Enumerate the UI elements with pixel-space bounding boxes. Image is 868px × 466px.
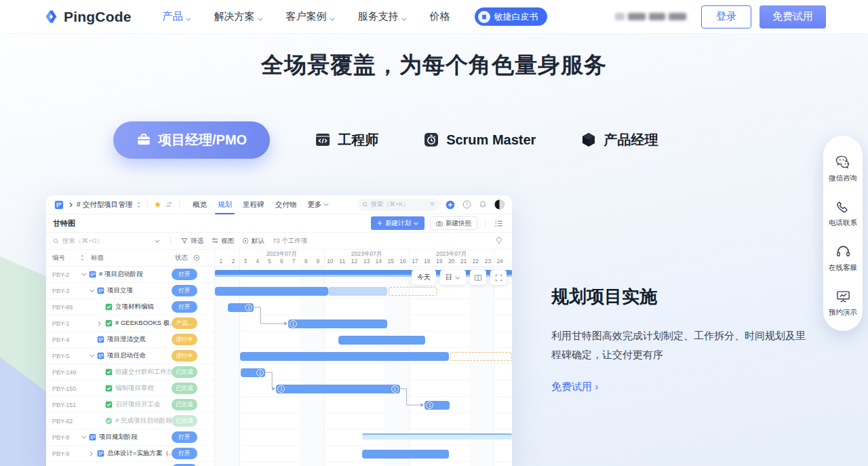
avatar[interactable] [493,199,505,211]
weekend-shading [300,267,324,466]
new-plan-button[interactable]: 新建计划 [371,216,425,230]
contact-item-2[interactable]: 在线客服 [829,235,857,279]
work-item-row[interactable]: PBY-88立项材料编辑打开 [46,299,214,315]
new-snapshot-button[interactable]: 新建快照 [430,216,477,230]
gantt-bar-PBY-1[interactable] [288,319,387,328]
dependency-badge[interactable]: 1 [256,369,264,376]
gantt-bar-PBY-5[interactable] [450,352,512,361]
filter-button[interactable]: 筛选 [181,237,203,246]
gantt-search-input[interactable]: 搜索（⌘+G） [53,237,160,246]
role-tab-2[interactable]: Scrum Master [423,132,536,148]
sort-icon[interactable] [80,254,90,261]
default-view-button[interactable]: 默认 [242,237,264,246]
app-tab-1[interactable]: 规划 [218,195,232,214]
check-type-icon [105,368,113,376]
view-settings-button[interactable]: 视图 [212,237,234,246]
role-tab-0[interactable]: 项目经理/PMO [113,121,270,159]
contact-item-1[interactable]: 电话联系 [829,190,857,235]
work-item-row[interactable]: PBY-9总体设计=实施方案（...打开 [46,446,214,462]
free-trial-button[interactable]: 免费试用 [760,5,826,28]
sort-updown-icon[interactable] [136,201,141,208]
search-filter-icon[interactable] [429,201,435,208]
header-status[interactable]: 状态 [175,254,214,263]
nav-link-4[interactable]: 价格 [430,10,450,23]
nav-link-2[interactable]: 客户案例 [286,10,335,23]
notification-bell-icon[interactable] [477,199,489,211]
create-plus-button[interactable] [444,199,456,211]
today-button[interactable]: 今天 [412,270,436,285]
app-tab-0[interactable]: 概览 [193,195,207,214]
nav-link-1[interactable]: 解决方案 [214,10,263,23]
work-item-row[interactable]: PBY-8项目规划阶段打开 [46,429,214,446]
gantt-bar-PBY-8[interactable] [362,433,512,440]
gantt-content: 编号 标题 状态 PBY-2# 项目启动阶段打开PBY-3项目立项打开PBY-8… [46,250,512,466]
week-gridline [324,267,325,466]
role-tab-1[interactable]: 工程师 [315,131,378,149]
swap-icon[interactable] [165,201,173,208]
expander-icon[interactable] [81,273,88,276]
expander-icon[interactable] [90,451,96,457]
whitepaper-badge[interactable]: 敏捷白皮书 [475,7,547,26]
favorite-star-icon[interactable] [154,201,161,208]
feature-trial-link[interactable]: 免费试用 › [551,381,598,392]
expander-icon[interactable] [90,354,96,357]
week-divider [494,250,494,266]
dependency-badge[interactable]: 1 [290,320,297,328]
expander-icon[interactable] [81,435,88,439]
gantt-bar-PBY-9[interactable] [362,450,449,459]
dependency-badge[interactable]: 1 [245,304,252,311]
check-type-icon [105,385,113,392]
app-topbar: # 交付型项目管理 概览规划里程碑交付物更多 搜索（⌘+K） ? [46,195,512,214]
header-title[interactable]: 标题 [90,254,175,263]
contact-item-0[interactable]: 微信咨询 [829,145,857,190]
gantt-bar-PBY-5[interactable] [240,352,449,361]
expander-icon[interactable] [98,321,104,326]
dependency-badge[interactable]: 1 [277,385,285,393]
work-item-row[interactable]: PBY-150编制项目章程已完成 [46,381,214,397]
work-item-row[interactable]: PBY-4项目澄清交底进行中 [46,332,214,348]
role-tab-3[interactable]: 产品经理 [580,131,658,149]
app-screenshot: # 交付型项目管理 概览规划里程碑交付物更多 搜索（⌘+K） ? 甘特图 新建计… [46,195,512,466]
status-badge: 打开 [172,301,197,313]
dependency-badge[interactable]: 1 [391,385,399,393]
pingcode-logo[interactable]: PingCode [43,9,132,25]
time-scale-select[interactable]: 日 [440,270,466,285]
split-view-button[interactable] [470,270,486,285]
work-item-row[interactable]: PBY-149组建交付群和工作台已完成 [46,364,214,381]
work-item-row[interactable]: PBY-1# GEEKBOOKS 极...产品... [46,315,214,332]
day-label: 7 [288,258,300,265]
app-search-input[interactable]: 搜索（⌘+K） [357,199,440,211]
contact-item-3[interactable]: 预约演示 [829,279,857,324]
day-label: 23 [481,258,494,265]
dependency-badge[interactable]: 1 [426,402,433,409]
gantt-bar-PBY-3[interactable] [328,287,387,296]
work-item-row[interactable]: PBY-151召开项目开工会已完成 [46,397,214,413]
work-item-row[interactable]: PBY-10概要设计（分）打开 [46,462,214,466]
expander-icon[interactable] [90,289,96,292]
gantt-bar-PBY-3[interactable] [389,287,437,296]
tips-bulb-icon[interactable] [493,235,505,247]
nav-link-0[interactable]: 产品 [163,10,191,23]
search-icon [53,238,59,244]
search-icon [362,201,368,208]
column-settings-icon[interactable] [193,254,200,261]
work-item-row[interactable]: PBY-2# 项目启动阶段打开 [46,267,214,283]
header-id[interactable]: 编号 [46,254,80,263]
gantt-bar-PBY-4[interactable] [338,336,425,345]
app-tab-4[interactable]: 更多 [307,195,329,214]
week-divider [239,250,240,266]
gantt-bar-PBY-150[interactable] [276,385,399,393]
task-type-icon [89,271,96,278]
app-tab-3[interactable]: 交付物 [275,195,297,214]
fullscreen-button[interactable] [490,270,507,285]
work-item-row[interactable]: PBY-3项目立项打开 [46,283,214,299]
app-tab-2[interactable]: 里程碑 [243,195,264,214]
work-item-row[interactable]: PBY-5项目启动任命进行中 [46,348,214,364]
login-button[interactable]: 登录 [701,5,751,28]
breadcrumb-project-title[interactable]: # 交付型项目管理 [77,200,132,210]
work-item-row[interactable]: PBY-62# 完成项目启动阶段...已完成 [46,413,214,429]
list-menu-icon[interactable] [493,217,505,229]
nav-link-3[interactable]: 服务支持 [358,10,407,23]
gantt-bar-PBY-3[interactable] [215,287,328,296]
help-icon[interactable]: ? [460,199,473,211]
